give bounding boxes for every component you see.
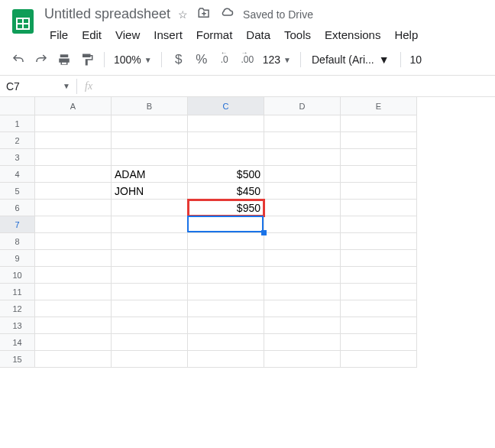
cell[interactable]: [112, 149, 188, 166]
cell[interactable]: [35, 166, 112, 183]
col-header[interactable]: A: [35, 97, 112, 115]
cell[interactable]: [188, 149, 264, 166]
font-size[interactable]: 10: [407, 54, 425, 66]
cell[interactable]: [112, 233, 188, 250]
cell[interactable]: [341, 250, 417, 267]
col-header[interactable]: D: [264, 97, 341, 115]
cell[interactable]: [35, 183, 112, 200]
cell[interactable]: [188, 300, 264, 317]
cell[interactable]: [264, 216, 341, 233]
cell[interactable]: $500: [188, 166, 264, 183]
move-icon[interactable]: [197, 6, 211, 22]
cell[interactable]: [35, 250, 112, 267]
row-header[interactable]: 15: [0, 351, 35, 368]
row-header[interactable]: 11: [0, 284, 35, 300]
cell[interactable]: [264, 317, 341, 334]
row-header[interactable]: 14: [0, 334, 35, 351]
cell[interactable]: [112, 300, 188, 317]
cell[interactable]: [264, 132, 341, 149]
cell[interactable]: [112, 250, 188, 267]
cell[interactable]: [35, 300, 112, 317]
font-selector[interactable]: Default (Ari...▼: [307, 54, 394, 66]
cell[interactable]: [341, 149, 417, 166]
cell[interactable]: [35, 284, 112, 300]
cell[interactable]: [35, 267, 112, 284]
cell[interactable]: [341, 233, 417, 250]
cell[interactable]: [188, 250, 264, 267]
cell[interactable]: [341, 334, 417, 351]
cell[interactable]: [341, 317, 417, 334]
row-header[interactable]: 8: [0, 233, 35, 250]
cell[interactable]: [188, 115, 264, 132]
cell[interactable]: [264, 149, 341, 166]
row-header[interactable]: 13: [0, 317, 35, 334]
cell[interactable]: [188, 334, 264, 351]
cell[interactable]: [35, 149, 112, 166]
row-header[interactable]: 1: [0, 115, 35, 132]
name-box[interactable]: C7▼: [0, 80, 76, 93]
sheets-logo[interactable]: [8, 6, 38, 37]
star-icon[interactable]: ☆: [178, 8, 188, 21]
currency-button[interactable]: $: [168, 49, 189, 70]
cell[interactable]: [341, 351, 417, 368]
cell[interactable]: [264, 183, 341, 200]
cell[interactable]: [264, 115, 341, 132]
cell[interactable]: [35, 334, 112, 351]
cell[interactable]: [188, 216, 264, 233]
cell[interactable]: [35, 216, 112, 233]
cell[interactable]: [112, 267, 188, 284]
cell[interactable]: [341, 183, 417, 200]
cell[interactable]: [112, 132, 188, 149]
print-button[interactable]: [53, 49, 75, 70]
document-title[interactable]: Untitled spreadsheet: [44, 6, 170, 22]
col-header[interactable]: C: [188, 97, 264, 115]
row-header[interactable]: 12: [0, 300, 35, 317]
col-header[interactable]: E: [341, 97, 417, 115]
menu-help[interactable]: Help: [389, 25, 423, 44]
menu-extensions[interactable]: Extensions: [319, 25, 386, 44]
menu-data[interactable]: Data: [241, 25, 276, 44]
row-header[interactable]: 9: [0, 250, 35, 267]
percent-button[interactable]: %: [191, 49, 212, 70]
row-header[interactable]: 3: [0, 149, 35, 166]
cell[interactable]: [35, 115, 112, 132]
cell[interactable]: [264, 200, 341, 216]
cell[interactable]: ADAM: [112, 166, 188, 183]
row-header[interactable]: 5: [0, 183, 35, 200]
cell[interactable]: [264, 267, 341, 284]
cell[interactable]: [112, 284, 188, 300]
row-header[interactable]: 2: [0, 132, 35, 149]
formula-bar[interactable]: [100, 76, 495, 96]
cell[interactable]: [188, 132, 264, 149]
cell[interactable]: [112, 216, 188, 233]
cell[interactable]: [112, 115, 188, 132]
row-header[interactable]: 10: [0, 267, 35, 284]
cell[interactable]: [341, 200, 417, 216]
cell[interactable]: [188, 267, 264, 284]
cell[interactable]: [264, 250, 341, 267]
select-all-corner[interactable]: [0, 97, 35, 115]
menu-format[interactable]: Format: [191, 25, 238, 44]
cell[interactable]: [188, 233, 264, 250]
menu-file[interactable]: File: [44, 25, 73, 44]
cell[interactable]: [35, 351, 112, 368]
cell[interactable]: [341, 115, 417, 132]
cell[interactable]: [341, 284, 417, 300]
cell[interactable]: [264, 284, 341, 300]
cell[interactable]: [188, 284, 264, 300]
decrease-decimals-button[interactable]: .0←: [214, 49, 235, 70]
cell[interactable]: [264, 334, 341, 351]
col-header[interactable]: B: [112, 97, 188, 115]
cell[interactable]: [264, 166, 341, 183]
cell[interactable]: $950: [188, 200, 264, 216]
menu-view[interactable]: View: [110, 25, 145, 44]
paint-format-button[interactable]: [76, 49, 98, 70]
redo-button[interactable]: [31, 49, 52, 70]
cell[interactable]: [112, 334, 188, 351]
zoom-selector[interactable]: 100%▼: [111, 54, 155, 66]
cell[interactable]: [264, 351, 341, 368]
cell[interactable]: [35, 233, 112, 250]
cell[interactable]: [341, 216, 417, 233]
cell[interactable]: $450: [188, 183, 264, 200]
row-header[interactable]: 4: [0, 166, 35, 183]
